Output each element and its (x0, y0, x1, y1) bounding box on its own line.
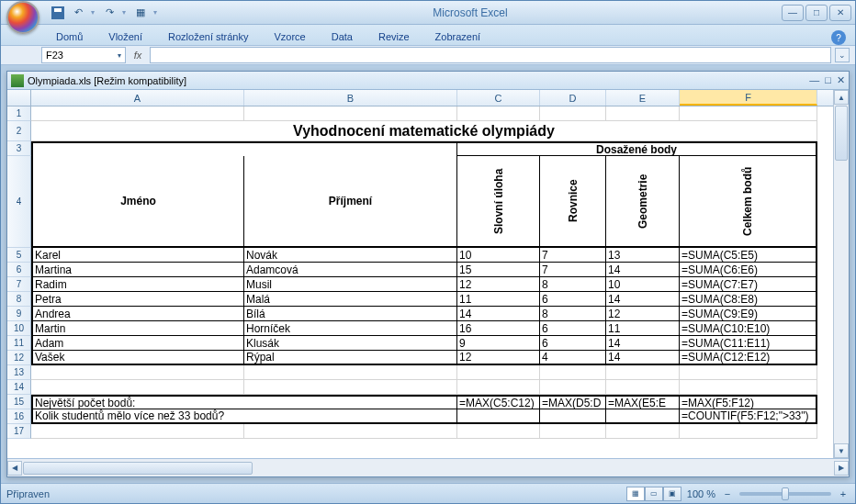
tab-formulas[interactable]: Vzorce (261, 28, 318, 45)
cell[interactable]: =COUNTIF(F5:F12;">33") (680, 409, 817, 424)
tab-data[interactable]: Data (319, 28, 366, 45)
zoom-in-icon[interactable]: + (837, 487, 850, 500)
cell[interactable]: 6 (540, 321, 606, 336)
view-pagebreak-icon[interactable]: ▣ (663, 487, 681, 501)
col-header-c[interactable]: C (457, 90, 540, 106)
cell[interactable]: =SUMA(C5:E5) (680, 248, 817, 263)
zoom-slider[interactable] (739, 492, 831, 496)
cell[interactable]: =MAX(F5:F12) (680, 395, 817, 409)
namebox-dropdown-icon[interactable]: ▾ (118, 51, 121, 60)
help-icon[interactable]: ? (831, 30, 846, 45)
select-all-corner[interactable] (7, 90, 31, 106)
row-header[interactable]: 6 (7, 263, 31, 277)
cell[interactable]: 10 (457, 248, 540, 263)
cell[interactable]: 15 (457, 263, 540, 277)
cell[interactable]: 12 (457, 277, 540, 292)
redo-icon[interactable]: ↷ (102, 6, 117, 20)
header-celkem[interactable]: Celkem bodů (680, 156, 817, 248)
cell[interactable]: 4 (540, 351, 606, 365)
col-header-f[interactable]: F (680, 90, 817, 106)
cell[interactable]: 14 (606, 292, 680, 307)
cell[interactable]: Vašek (31, 351, 244, 365)
cell[interactable]: 12 (457, 351, 540, 365)
row-header[interactable]: 11 (7, 336, 31, 351)
tab-review[interactable]: Revize (366, 28, 422, 45)
col-header-b[interactable]: B (244, 90, 457, 106)
cell[interactable]: Horníček (244, 321, 457, 336)
cell[interactable] (244, 395, 457, 409)
expand-formula-icon[interactable]: ⌄ (835, 48, 850, 62)
cell[interactable] (606, 409, 680, 424)
cell[interactable]: 14 (606, 263, 680, 277)
row-header[interactable]: 13 (7, 365, 31, 380)
wb-maximize-button[interactable]: □ (825, 74, 831, 86)
view-pagelayout-icon[interactable]: ▭ (645, 487, 663, 501)
cell[interactable]: 9 (457, 336, 540, 351)
cell[interactable] (457, 409, 540, 424)
scroll-down-icon[interactable]: ▼ (834, 443, 849, 458)
hscroll-thumb[interactable] (23, 462, 253, 475)
zoom-knob[interactable] (782, 487, 789, 500)
row-header[interactable]: 5 (7, 248, 31, 263)
row-header[interactable]: 15 (7, 395, 31, 409)
cell[interactable]: Petra (31, 292, 244, 307)
cell[interactable]: =SUMA(C11:E11) (680, 336, 817, 351)
cell[interactable]: Malá (244, 292, 457, 307)
cell[interactable]: Rýpal (244, 351, 457, 365)
cell[interactable]: 11 (606, 321, 680, 336)
sheet-title[interactable]: Vyhodnocení matematické olympiády (31, 121, 817, 141)
header-rovnice[interactable]: Rovnice (540, 156, 606, 248)
view-normal-icon[interactable]: ▦ (626, 487, 645, 501)
cell[interactable]: Klusák (244, 336, 457, 351)
zoom-out-icon[interactable]: − (721, 487, 734, 500)
cell[interactable]: Martina (31, 263, 244, 277)
cell[interactable]: Kolik studentů mělo více než 33 bodů? (31, 409, 244, 424)
cell[interactable]: 14 (606, 336, 680, 351)
header-jmeno[interactable]: Jméno (31, 156, 244, 248)
cell[interactable]: Musil (244, 277, 457, 292)
cell[interactable]: 13 (606, 248, 680, 263)
cell[interactable]: =SUMA(C7:E7) (680, 277, 817, 292)
cell[interactable]: 11 (457, 292, 540, 307)
cell[interactable]: Novák (244, 248, 457, 263)
row-header[interactable]: 9 (7, 307, 31, 321)
col-header-d[interactable]: D (540, 90, 606, 106)
tab-view[interactable]: Zobrazení (422, 28, 494, 45)
cell[interactable]: =SUMA(C8:E8) (680, 292, 817, 307)
scroll-thumb[interactable] (835, 106, 848, 161)
cell[interactable]: =MAX(E5:E (606, 395, 680, 409)
cell[interactable]: 8 (540, 307, 606, 321)
horizontal-scrollbar[interactable]: ◀ ▶ (7, 459, 849, 476)
row-header[interactable]: 16 (7, 409, 31, 424)
cell[interactable]: Martin (31, 321, 244, 336)
cell[interactable]: Radim (31, 277, 244, 292)
tab-home[interactable]: Domů (43, 28, 96, 45)
row-header[interactable]: 12 (7, 351, 31, 365)
cell[interactable]: 10 (606, 277, 680, 292)
row-header[interactable]: 17 (7, 424, 31, 439)
row-header[interactable]: 2 (7, 121, 31, 141)
header-dosazene[interactable]: Dosažené body (457, 141, 817, 156)
redo-dropdown-icon[interactable]: ▾ (122, 8, 128, 17)
col-header-a[interactable]: A (31, 90, 244, 106)
cell[interactable]: 6 (540, 292, 606, 307)
row-header[interactable]: 7 (7, 277, 31, 292)
cell[interactable]: 7 (540, 248, 606, 263)
cell[interactable]: =MAX(C5:C12) (457, 395, 540, 409)
vertical-scrollbar[interactable]: ▲ ▼ (833, 90, 849, 458)
row-header[interactable]: 14 (7, 380, 31, 395)
cell[interactable] (244, 409, 457, 424)
tab-insert[interactable]: Vložení (96, 28, 155, 45)
minimize-button[interactable]: — (782, 5, 804, 21)
header-geometrie[interactable]: Geometrie (606, 156, 680, 248)
header-prijmeni[interactable]: Příjmení (244, 156, 457, 248)
cell[interactable]: =SUMA(C6:E6) (680, 263, 817, 277)
qat-more-icon[interactable]: ▦ (133, 6, 148, 20)
save-icon[interactable] (51, 6, 65, 20)
header-slovni[interactable]: Slovní úloha (457, 156, 540, 248)
undo-dropdown-icon[interactable]: ▾ (91, 8, 96, 17)
cell[interactable]: =MAX(D5:D (540, 395, 606, 409)
undo-icon[interactable]: ↶ (71, 6, 85, 20)
cell[interactable]: Andrea (31, 307, 244, 321)
wb-minimize-button[interactable]: — (809, 74, 819, 86)
